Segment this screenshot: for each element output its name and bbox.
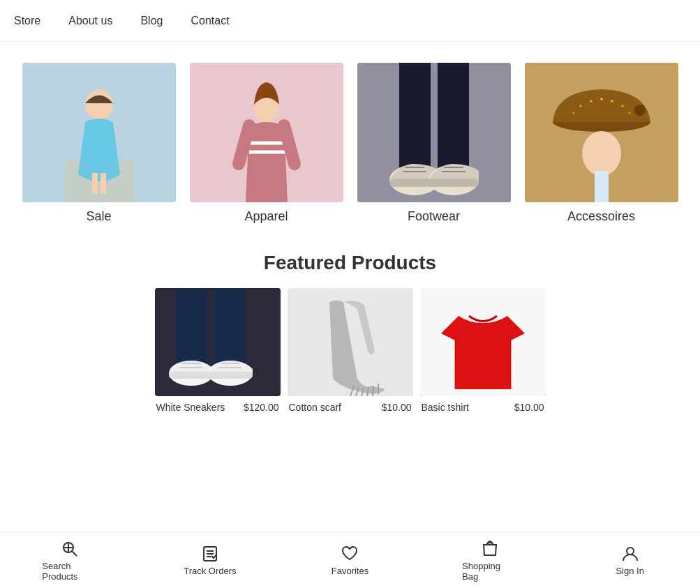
category-sale-image	[22, 63, 176, 202]
svg-rect-4	[92, 173, 98, 194]
product-sneakers-image	[155, 288, 281, 396]
category-apparel-label: Apparel	[244, 209, 288, 224]
product-scarf-price: $10.00	[382, 402, 412, 413]
svg-rect-20	[429, 179, 479, 187]
nav-store[interactable]: Store	[14, 15, 40, 27]
svg-point-30	[634, 105, 646, 116]
featured-title: Featured Products	[14, 252, 686, 274]
svg-rect-35	[214, 288, 246, 365]
svg-point-25	[600, 98, 603, 100]
svg-point-23	[579, 105, 582, 107]
featured-section: Featured Products	[0, 245, 700, 446]
category-footwear-label: Footwear	[408, 209, 460, 224]
product-scarf-info: Cotton scarf $10.00	[288, 396, 413, 419]
product-sneakers-price: $120.00	[244, 402, 279, 413]
main-nav: Store About us Blog Contact	[0, 0, 700, 42]
category-footwear[interactable]: Footwear	[357, 63, 511, 224]
nav-about-us[interactable]: About us	[68, 15, 112, 27]
svg-rect-43	[208, 372, 253, 379]
products-grid: White Sneakers $120.00	[14, 288, 686, 419]
category-apparel[interactable]: Apparel	[190, 63, 343, 224]
product-cotton-scarf[interactable]: Cotton scarf $10.00	[288, 288, 413, 419]
product-scarf-image	[288, 288, 413, 396]
category-sale[interactable]: Sale	[22, 63, 176, 224]
category-accessoires-label: Accessoires	[567, 209, 635, 224]
product-scarf-name: Cotton scarf	[289, 402, 341, 413]
product-sneakers-name: White Sneakers	[156, 402, 225, 413]
product-tshirt-name: Basic tshirt	[422, 402, 469, 413]
svg-rect-5	[100, 173, 106, 194]
svg-point-24	[590, 100, 593, 103]
category-footwear-image	[357, 63, 511, 202]
svg-point-29	[628, 112, 631, 114]
svg-point-27	[621, 105, 624, 107]
svg-rect-12	[438, 63, 469, 174]
product-sneakers-info: White Sneakers $120.00	[155, 396, 281, 419]
category-apparel-image	[190, 63, 343, 202]
category-sale-label: Sale	[86, 209, 111, 224]
product-basic-tshirt[interactable]: Basic tshirt $10.00	[420, 288, 546, 419]
category-accessoires-image	[525, 63, 678, 202]
svg-rect-39	[169, 372, 214, 379]
product-tshirt-price: $10.00	[514, 402, 544, 413]
categories-section: Sale Apparel	[0, 42, 700, 245]
category-accessoires[interactable]: Accessoires	[525, 63, 678, 224]
product-tshirt-info: Basic tshirt $10.00	[420, 396, 546, 419]
svg-point-31	[582, 131, 621, 176]
svg-rect-34	[176, 288, 207, 365]
product-white-sneakers[interactable]: White Sneakers $120.00	[155, 288, 281, 419]
svg-line-49	[373, 386, 373, 396]
nav-contact[interactable]: Contact	[191, 15, 229, 27]
svg-point-26	[611, 100, 613, 103]
nav-blog[interactable]: Blog	[140, 15, 163, 27]
svg-point-28	[572, 112, 575, 114]
svg-rect-32	[595, 171, 609, 202]
product-tshirt-image	[420, 288, 546, 396]
svg-rect-11	[399, 63, 431, 174]
